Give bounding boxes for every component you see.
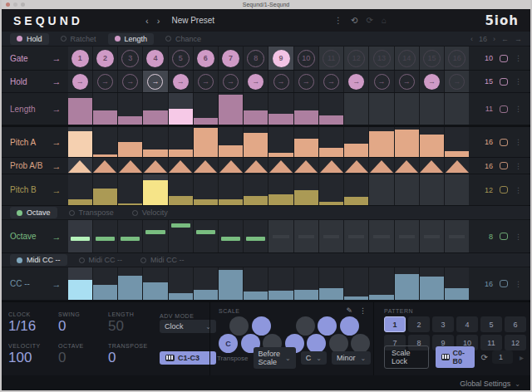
loop-count-value[interactable]: 1 (492, 350, 513, 364)
global-settings-button[interactable]: Global Settings (460, 380, 510, 388)
row-menu-icon[interactable]: ⋮ (515, 138, 522, 146)
octave-step-8[interactable] (244, 220, 268, 252)
cc-step-13[interactable] (369, 267, 394, 300)
prob-ab-step-2[interactable] (93, 158, 118, 174)
pitch-a-step-7[interactable] (219, 127, 244, 157)
prob-ab-step-14[interactable] (395, 158, 420, 174)
loop-range-icon[interactable] (500, 280, 508, 287)
prob-ab-step-15[interactable] (420, 158, 445, 174)
octave-step-1[interactable] (68, 220, 93, 252)
octave-step-9[interactable] (268, 220, 293, 252)
cc-step-14[interactable] (395, 267, 420, 300)
hold-step-1[interactable]: → (68, 71, 93, 92)
prob-ab-step-10[interactable] (294, 158, 319, 174)
root-note-select[interactable]: C ⌄ (301, 351, 327, 365)
clock-value[interactable]: 1/16 (8, 318, 58, 335)
shift-right-icon[interactable]: → (515, 35, 522, 43)
gate-step-12[interactable]: 12 (344, 47, 369, 70)
length-step-11[interactable] (319, 93, 344, 125)
prob-ab-step-7[interactable] (219, 158, 244, 174)
pattern-button-2[interactable]: 2 (408, 316, 430, 332)
pitch-b-step-15[interactable] (420, 174, 445, 205)
prob-ab-step-1[interactable] (68, 158, 93, 174)
hold-step-8[interactable]: → (244, 71, 268, 92)
transpose-mode-select[interactable]: Before Scale ⌄ (254, 347, 296, 369)
pitch-b-step-1[interactable] (68, 174, 93, 205)
pitch-a-step-5[interactable] (169, 127, 194, 157)
length-step-9[interactable] (268, 93, 293, 125)
gate-step-toggle[interactable]: 13 (373, 50, 391, 67)
hold-step-2[interactable]: → (93, 71, 118, 92)
direction-arrow-icon[interactable]: → (52, 185, 62, 195)
hold-step-15[interactable]: → (420, 71, 445, 92)
pitch-b-step-3[interactable] (118, 174, 143, 205)
prob-ab-step-12[interactable] (344, 158, 369, 174)
preset-name[interactable]: New Preset (171, 16, 214, 25)
cc-step-3[interactable] (118, 267, 143, 300)
pitch-a-step-9[interactable] (268, 127, 293, 157)
hold-step-10[interactable]: → (294, 71, 319, 92)
cc-step-8[interactable] (244, 267, 268, 300)
pitch-a-step-15[interactable] (420, 127, 445, 157)
scale-type-select[interactable]: Minor ⌄ (332, 351, 371, 365)
cc-step-2[interactable] (93, 267, 118, 300)
scale-lock-button[interactable]: Scale Lock (384, 345, 429, 369)
loop-range-icon[interactable] (500, 186, 508, 194)
hold-step-3[interactable]: → (118, 71, 143, 92)
row-menu-icon[interactable]: ⋮ (515, 77, 522, 86)
prob-ab-step-11[interactable] (319, 158, 344, 174)
hold-step-9[interactable]: → (268, 71, 293, 92)
pitch-a-step-8[interactable] (244, 127, 268, 157)
pattern-button-3[interactable]: 3 (432, 316, 454, 332)
pitch-b-step-7[interactable] (219, 174, 244, 205)
hold-step-toggle[interactable]: → (374, 74, 390, 90)
gate-step-toggle[interactable]: 8 (247, 50, 264, 67)
edit-scale-icon[interactable]: ✎ (346, 306, 352, 315)
length-step-1[interactable] (68, 93, 93, 125)
row-menu-icon[interactable]: ⋮ (515, 280, 522, 288)
loop-icon[interactable]: ⟳ (481, 353, 488, 362)
gate-step-13[interactable]: 13 (369, 47, 394, 70)
gate-step-toggle[interactable]: 1 (71, 50, 89, 67)
row-menu-icon[interactable]: ⋮ (515, 54, 522, 62)
advance-pattern-icon[interactable]: ▸ (520, 353, 524, 362)
gate-step-toggle[interactable]: 7 (222, 50, 239, 67)
gate-step-8[interactable]: 8 (244, 47, 268, 70)
octave-step-12[interactable] (344, 220, 369, 252)
prev-preset-icon[interactable]: ‹ (145, 16, 149, 26)
octave-step-3[interactable] (118, 220, 143, 252)
direction-arrow-icon[interactable]: → (52, 161, 62, 171)
pitch-a-step-11[interactable] (319, 127, 344, 157)
length-step-3[interactable] (118, 93, 143, 125)
shift-left-icon[interactable]: ← (501, 35, 509, 43)
pitch-b-step-9[interactable] (268, 174, 293, 205)
pitch-a-step-10[interactable] (294, 127, 319, 157)
scale-note-A#[interactable] (340, 316, 359, 336)
octave-step-6[interactable] (194, 220, 219, 252)
tab-transpose[interactable]: Transpose (62, 207, 121, 218)
pattern-button-5[interactable]: 5 (480, 316, 502, 332)
row-menu-icon[interactable]: ⋮ (515, 162, 522, 170)
octave-step-13[interactable] (369, 220, 394, 252)
hold-step-toggle[interactable]: → (72, 74, 88, 90)
direction-arrow-icon[interactable]: → (52, 104, 62, 114)
pitch-a-step-3[interactable] (118, 127, 143, 157)
gate-step-9[interactable]: 9 (268, 47, 293, 70)
prob-ab-step-5[interactable] (169, 158, 194, 174)
prob-ab-step-13[interactable] (369, 158, 394, 174)
step-count[interactable]: 8 (489, 233, 493, 241)
hold-step-toggle[interactable]: → (198, 74, 214, 90)
hold-step-16[interactable]: → (445, 71, 469, 92)
hold-step-5[interactable]: → (169, 71, 194, 92)
tab-midi-cc-3[interactable]: Midi CC -- (134, 254, 191, 266)
gate-step-7[interactable]: 7 (219, 47, 244, 70)
step-count[interactable]: 12 (485, 186, 493, 194)
length-value[interactable]: 50 (108, 318, 160, 335)
step-count[interactable]: 10 (485, 54, 493, 62)
gate-step-2[interactable]: 2 (93, 47, 118, 70)
tab-hold[interactable]: Hold (10, 33, 49, 45)
gate-step-toggle[interactable]: 12 (347, 50, 365, 67)
gate-step-toggle[interactable]: 3 (121, 50, 139, 67)
gate-step-3[interactable]: 3 (118, 47, 143, 70)
hold-step-toggle[interactable]: → (273, 74, 289, 90)
